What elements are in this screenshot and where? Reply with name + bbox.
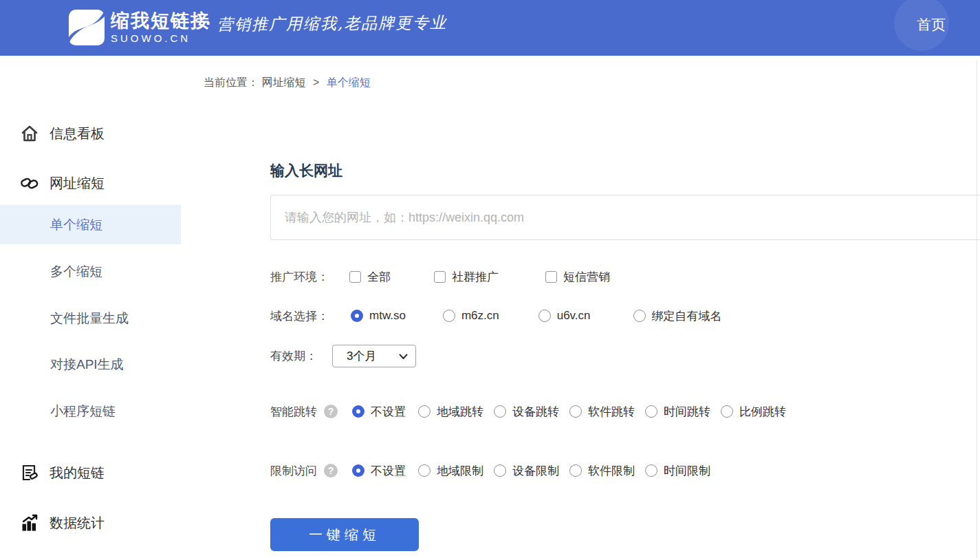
radio-label: 软件跳转 (588, 404, 635, 420)
radio-option-geo-jump[interactable]: 地域跳转 (418, 404, 483, 420)
checkbox-label: 短信营销 (563, 269, 610, 285)
smart-jump-row: 智能跳转 ? 不设置 地域跳转 设备跳转 软件跳转 时间跳转 比例跳转 (270, 403, 786, 420)
radio-icon[interactable] (538, 310, 551, 322)
radio-icon[interactable] (494, 405, 506, 418)
radio-label: u6v.cn (557, 309, 591, 323)
radio-label: 时间限制 (664, 463, 710, 479)
radio-icon[interactable] (494, 464, 506, 477)
promo-environment-row: 推广环境： 全部 社群推广 短信营销 (270, 268, 610, 285)
radio-option-time-jump[interactable]: 时间跳转 (645, 404, 710, 420)
sidebar-item-api-generate[interactable]: 对接API生成 (0, 345, 181, 384)
radio-option-mtw[interactable]: mtw.so (351, 309, 406, 323)
radio-option-time-restrict[interactable]: 时间限制 (645, 463, 710, 479)
document-edit-icon (19, 462, 40, 483)
radio-icon[interactable] (443, 310, 455, 322)
validity-select[interactable]: 3个月 (332, 345, 416, 367)
radio-option-no-setting[interactable]: 不设置 (352, 404, 406, 420)
restrict-access-row: 限制访问 ? 不设置 地域限制 设备限制 软件限制 时间限制 (270, 462, 710, 479)
header-tagline: 营销推广用缩我,老品牌更专业 (217, 12, 448, 35)
radio-icon[interactable] (569, 405, 582, 418)
sidebar-item-label: 数据统计 (50, 514, 105, 533)
radio-icon[interactable] (721, 405, 733, 418)
nav-home-link[interactable]: 首页 (917, 15, 946, 34)
radio-label: 绑定自有域名 (652, 308, 722, 324)
domain-select-row: 域名选择： mtw.so m6z.cn u6v.cn 绑定自有域名 (270, 308, 722, 324)
radio-icon[interactable] (569, 464, 582, 477)
sidebar-item-file-batch[interactable]: 文件批量生成 (0, 299, 181, 338)
sidebar-subitem-label: 小程序短链 (50, 403, 116, 420)
sidebar-item-single-shorten[interactable]: 单个缩短 (0, 205, 181, 244)
sidebar-subitem-label: 单个缩短 (50, 216, 102, 234)
checkbox-option-community[interactable]: 社群推广 (434, 269, 499, 285)
radio-icon[interactable] (645, 464, 657, 477)
radio-label: m6z.cn (461, 309, 499, 323)
bar-chart-icon (19, 513, 40, 533)
checkbox-label: 全部 (367, 269, 391, 285)
radio-icon-selected[interactable] (352, 464, 364, 477)
radio-label: 不设置 (371, 463, 406, 479)
tagline-dot: · (206, 6, 212, 41)
smart-jump-label: 智能跳转 (270, 404, 317, 420)
radio-option-device-restrict[interactable]: 设备限制 (494, 463, 559, 479)
sidebar-item-statistics[interactable]: 数据统计 (0, 508, 181, 538)
radio-icon-selected[interactable] (351, 310, 363, 322)
sidebar-item-my-links[interactable]: 我的短链 (0, 458, 181, 488)
radio-label: 软件限制 (588, 463, 635, 479)
radio-label: 不设置 (371, 404, 406, 420)
checkbox-option-sms[interactable]: 短信营销 (545, 269, 610, 285)
sidebar-nav: 信息看板 网址缩短 单个缩短 多个缩短 文件批量生成 对接API生成 小程序短链 (0, 89, 181, 558)
radio-icon[interactable] (645, 405, 657, 418)
checkbox-label: 社群推广 (452, 269, 499, 285)
radio-option-no-restrict[interactable]: 不设置 (352, 463, 406, 479)
restrict-label: 限制访问 (270, 463, 317, 479)
validity-row-label: 有效期： (270, 348, 317, 364)
radio-icon[interactable] (418, 405, 431, 418)
page: 缩我短链接 SUOWO.CN · 营销推广用缩我,老品牌更专业 首页 当前位置：… (0, 0, 980, 558)
shorten-submit-button[interactable]: 一键缩短 (270, 518, 419, 551)
home-icon (19, 123, 40, 144)
radio-label: 地域限制 (437, 463, 483, 479)
breadcrumb-current-link[interactable]: 单个缩短 (327, 76, 371, 88)
long-url-input[interactable] (270, 195, 980, 240)
checkbox-icon[interactable] (545, 271, 557, 283)
promo-row-label: 推广环境： (270, 269, 329, 285)
sidebar-item-multi-shorten[interactable]: 多个缩短 (0, 252, 181, 291)
validity-selected-value: 3个月 (347, 348, 376, 364)
radio-option-custom-domain[interactable]: 绑定自有域名 (633, 308, 722, 324)
sidebar-item-miniprogram-link[interactable]: 小程序短链 (0, 391, 181, 431)
app-header: 缩我短链接 SUOWO.CN · 营销推广用缩我,老品牌更专业 首页 (0, 0, 980, 56)
radio-option-ratio-jump[interactable]: 比例跳转 (721, 404, 786, 420)
chevron-down-icon (399, 354, 408, 360)
domain-row-label: 域名选择： (270, 308, 329, 324)
radio-option-geo-restrict[interactable]: 地域限制 (418, 463, 483, 479)
breadcrumb-prefix: 当前位置： (204, 76, 259, 88)
sidebar-subitem-label: 多个缩短 (50, 263, 102, 281)
breadcrumb: 当前位置： 网址缩短 > 单个缩短 (204, 76, 371, 90)
link-icon (19, 173, 40, 193)
radio-label: 设备跳转 (512, 404, 559, 420)
right-edge-divider (977, 61, 977, 558)
sidebar-item-url-shorten[interactable]: 网址缩短 (0, 168, 181, 198)
help-question-icon[interactable]: ? (324, 405, 338, 418)
brand-logo[interactable]: 缩我短链接 SUOWO.CN (69, 10, 210, 45)
form-title: 输入长网址 (270, 161, 342, 180)
checkbox-icon[interactable] (434, 271, 446, 283)
radio-option-software-restrict[interactable]: 软件限制 (569, 463, 635, 479)
radio-option-u6v[interactable]: u6v.cn (538, 309, 591, 323)
checkbox-option-all[interactable]: 全部 (349, 269, 391, 285)
sidebar-item-dashboard[interactable]: 信息看板 (0, 118, 181, 149)
radio-option-device-jump[interactable]: 设备跳转 (494, 404, 559, 420)
radio-icon[interactable] (633, 310, 646, 322)
suowo-logo-icon (69, 10, 105, 45)
help-question-icon[interactable]: ? (324, 464, 338, 477)
radio-icon[interactable] (418, 464, 431, 477)
radio-label: 地域跳转 (437, 404, 483, 420)
validity-row: 有效期： 3个月 (270, 345, 416, 367)
radio-option-m6z[interactable]: m6z.cn (443, 309, 499, 323)
radio-label: 时间跳转 (664, 404, 710, 420)
sidebar-item-label: 信息看板 (50, 125, 105, 143)
radio-icon-selected[interactable] (352, 405, 364, 418)
radio-option-software-jump[interactable]: 软件跳转 (569, 404, 635, 420)
breadcrumb-parent-link[interactable]: 网址缩短 (261, 76, 305, 88)
checkbox-icon[interactable] (349, 271, 361, 283)
